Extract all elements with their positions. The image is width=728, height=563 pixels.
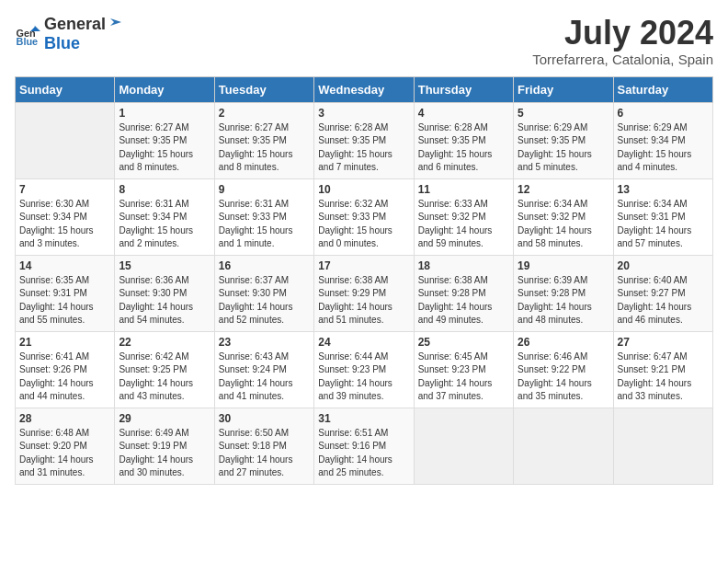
calendar-cell bbox=[16, 102, 115, 178]
day-info: Sunrise: 6:31 AM Sunset: 9:33 PM Dayligh… bbox=[219, 198, 310, 251]
day-number: 10 bbox=[318, 183, 409, 196]
logo-arrow-icon bbox=[107, 15, 121, 29]
calendar-cell: 28Sunrise: 6:48 AM Sunset: 9:20 PM Dayli… bbox=[16, 408, 115, 484]
day-number: 5 bbox=[518, 107, 609, 120]
calendar-cell: 15Sunrise: 6:36 AM Sunset: 9:30 PM Dayli… bbox=[115, 255, 214, 331]
calendar-cell bbox=[514, 408, 613, 484]
day-info: Sunrise: 6:40 AM Sunset: 9:27 PM Dayligh… bbox=[618, 274, 709, 327]
day-number: 30 bbox=[219, 412, 310, 425]
calendar-cell: 9Sunrise: 6:31 AM Sunset: 9:33 PM Daylig… bbox=[214, 178, 313, 255]
day-info: Sunrise: 6:45 AM Sunset: 9:23 PM Dayligh… bbox=[418, 350, 509, 404]
day-info: Sunrise: 6:38 AM Sunset: 9:29 PM Dayligh… bbox=[318, 274, 409, 327]
weekday-header-friday: Friday bbox=[514, 76, 613, 102]
day-info: Sunrise: 6:43 AM Sunset: 9:24 PM Dayligh… bbox=[219, 350, 310, 404]
calendar-cell: 4Sunrise: 6:28 AM Sunset: 9:35 PM Daylig… bbox=[414, 102, 513, 178]
weekday-header-row: SundayMondayTuesdayWednesdayThursdayFrid… bbox=[16, 76, 713, 102]
day-number: 26 bbox=[518, 336, 609, 349]
day-number: 12 bbox=[518, 183, 609, 196]
day-number: 2 bbox=[219, 107, 310, 120]
day-info: Sunrise: 6:29 AM Sunset: 9:34 PM Dayligh… bbox=[618, 121, 709, 175]
calendar-table: SundayMondayTuesdayWednesdayThursdayFrid… bbox=[15, 76, 713, 485]
day-number: 29 bbox=[119, 412, 210, 425]
logo-general: General bbox=[44, 15, 106, 34]
weekday-header-saturday: Saturday bbox=[613, 76, 712, 102]
calendar-cell: 13Sunrise: 6:34 AM Sunset: 9:31 PM Dayli… bbox=[613, 178, 712, 255]
day-info: Sunrise: 6:48 AM Sunset: 9:20 PM Dayligh… bbox=[19, 427, 110, 480]
day-number: 21 bbox=[19, 336, 110, 349]
day-info: Sunrise: 6:50 AM Sunset: 9:18 PM Dayligh… bbox=[219, 427, 310, 480]
day-info: Sunrise: 6:34 AM Sunset: 9:32 PM Dayligh… bbox=[518, 198, 609, 251]
calendar-cell bbox=[414, 408, 513, 484]
calendar-cell: 5Sunrise: 6:29 AM Sunset: 9:35 PM Daylig… bbox=[514, 102, 613, 178]
day-info: Sunrise: 6:36 AM Sunset: 9:30 PM Dayligh… bbox=[119, 274, 210, 327]
title-block: July 2024 Torrefarrera, Catalonia, Spain bbox=[532, 15, 713, 67]
day-number: 25 bbox=[418, 336, 509, 349]
day-info: Sunrise: 6:37 AM Sunset: 9:30 PM Dayligh… bbox=[219, 274, 310, 327]
weekday-header-monday: Monday bbox=[115, 76, 214, 102]
calendar-cell: 29Sunrise: 6:49 AM Sunset: 9:19 PM Dayli… bbox=[115, 408, 214, 484]
calendar-cell: 17Sunrise: 6:38 AM Sunset: 9:29 PM Dayli… bbox=[314, 255, 414, 331]
logo-blue: Blue bbox=[44, 34, 80, 52]
calendar-cell: 18Sunrise: 6:38 AM Sunset: 9:28 PM Dayli… bbox=[414, 255, 513, 331]
day-info: Sunrise: 6:27 AM Sunset: 9:35 PM Dayligh… bbox=[119, 121, 210, 175]
day-info: Sunrise: 6:28 AM Sunset: 9:35 PM Dayligh… bbox=[418, 121, 509, 175]
day-info: Sunrise: 6:38 AM Sunset: 9:28 PM Dayligh… bbox=[418, 274, 509, 327]
month-year-title: July 2024 bbox=[532, 15, 713, 52]
day-number: 17 bbox=[318, 259, 409, 272]
calendar-cell: 12Sunrise: 6:34 AM Sunset: 9:32 PM Dayli… bbox=[514, 178, 613, 255]
logo-text: General Blue bbox=[44, 15, 121, 53]
day-number: 3 bbox=[318, 107, 409, 120]
location-subtitle: Torrefarrera, Catalonia, Spain bbox=[532, 52, 713, 67]
day-number: 1 bbox=[119, 107, 210, 120]
day-number: 16 bbox=[219, 259, 310, 272]
calendar-cell: 14Sunrise: 6:35 AM Sunset: 9:31 PM Dayli… bbox=[16, 255, 115, 331]
day-number: 11 bbox=[418, 183, 509, 196]
day-info: Sunrise: 6:39 AM Sunset: 9:28 PM Dayligh… bbox=[518, 274, 609, 327]
day-info: Sunrise: 6:51 AM Sunset: 9:16 PM Dayligh… bbox=[318, 427, 409, 480]
day-number: 28 bbox=[19, 412, 110, 425]
logo-icon: Gen Blue bbox=[15, 21, 40, 47]
day-info: Sunrise: 6:46 AM Sunset: 9:22 PM Dayligh… bbox=[518, 350, 609, 404]
day-number: 8 bbox=[119, 183, 210, 196]
day-info: Sunrise: 6:41 AM Sunset: 9:26 PM Dayligh… bbox=[19, 350, 110, 404]
calendar-cell: 21Sunrise: 6:41 AM Sunset: 9:26 PM Dayli… bbox=[16, 331, 115, 408]
day-number: 14 bbox=[19, 259, 110, 272]
day-number: 19 bbox=[518, 259, 609, 272]
calendar-cell bbox=[613, 408, 712, 484]
day-number: 13 bbox=[618, 183, 709, 196]
day-number: 31 bbox=[318, 412, 409, 425]
calendar-cell: 19Sunrise: 6:39 AM Sunset: 9:28 PM Dayli… bbox=[514, 255, 613, 331]
calendar-cell: 20Sunrise: 6:40 AM Sunset: 9:27 PM Dayli… bbox=[613, 255, 712, 331]
weekday-header-tuesday: Tuesday bbox=[214, 76, 313, 102]
week-row-4: 21Sunrise: 6:41 AM Sunset: 9:26 PM Dayli… bbox=[16, 331, 713, 408]
day-info: Sunrise: 6:42 AM Sunset: 9:25 PM Dayligh… bbox=[119, 350, 210, 404]
calendar-cell: 30Sunrise: 6:50 AM Sunset: 9:18 PM Dayli… bbox=[214, 408, 313, 484]
calendar-cell: 22Sunrise: 6:42 AM Sunset: 9:25 PM Dayli… bbox=[115, 331, 214, 408]
calendar-cell: 26Sunrise: 6:46 AM Sunset: 9:22 PM Dayli… bbox=[514, 331, 613, 408]
week-row-3: 14Sunrise: 6:35 AM Sunset: 9:31 PM Dayli… bbox=[16, 255, 713, 331]
week-row-5: 28Sunrise: 6:48 AM Sunset: 9:20 PM Dayli… bbox=[16, 408, 713, 484]
calendar-cell: 7Sunrise: 6:30 AM Sunset: 9:34 PM Daylig… bbox=[16, 178, 115, 255]
weekday-header-sunday: Sunday bbox=[16, 76, 115, 102]
day-info: Sunrise: 6:32 AM Sunset: 9:33 PM Dayligh… bbox=[318, 198, 409, 251]
day-info: Sunrise: 6:28 AM Sunset: 9:35 PM Dayligh… bbox=[318, 121, 409, 175]
week-row-2: 7Sunrise: 6:30 AM Sunset: 9:34 PM Daylig… bbox=[16, 178, 713, 255]
day-info: Sunrise: 6:31 AM Sunset: 9:34 PM Dayligh… bbox=[119, 198, 210, 251]
calendar-cell: 24Sunrise: 6:44 AM Sunset: 9:23 PM Dayli… bbox=[314, 331, 414, 408]
day-info: Sunrise: 6:35 AM Sunset: 9:31 PM Dayligh… bbox=[19, 274, 110, 327]
calendar-cell: 8Sunrise: 6:31 AM Sunset: 9:34 PM Daylig… bbox=[115, 178, 214, 255]
day-number: 27 bbox=[618, 336, 709, 349]
day-number: 6 bbox=[618, 107, 709, 120]
day-info: Sunrise: 6:33 AM Sunset: 9:32 PM Dayligh… bbox=[418, 198, 509, 251]
calendar-cell: 23Sunrise: 6:43 AM Sunset: 9:24 PM Dayli… bbox=[214, 331, 313, 408]
day-info: Sunrise: 6:47 AM Sunset: 9:21 PM Dayligh… bbox=[618, 350, 709, 404]
day-info: Sunrise: 6:49 AM Sunset: 9:19 PM Dayligh… bbox=[119, 427, 210, 480]
week-row-1: 1Sunrise: 6:27 AM Sunset: 9:35 PM Daylig… bbox=[16, 102, 713, 178]
calendar-cell: 6Sunrise: 6:29 AM Sunset: 9:34 PM Daylig… bbox=[613, 102, 712, 178]
day-number: 20 bbox=[618, 259, 709, 272]
day-info: Sunrise: 6:30 AM Sunset: 9:34 PM Dayligh… bbox=[19, 198, 110, 251]
day-number: 15 bbox=[119, 259, 210, 272]
logo: Gen Blue General Blue bbox=[15, 15, 121, 53]
calendar-cell: 3Sunrise: 6:28 AM Sunset: 9:35 PM Daylig… bbox=[314, 102, 414, 178]
day-info: Sunrise: 6:29 AM Sunset: 9:35 PM Dayligh… bbox=[518, 121, 609, 175]
